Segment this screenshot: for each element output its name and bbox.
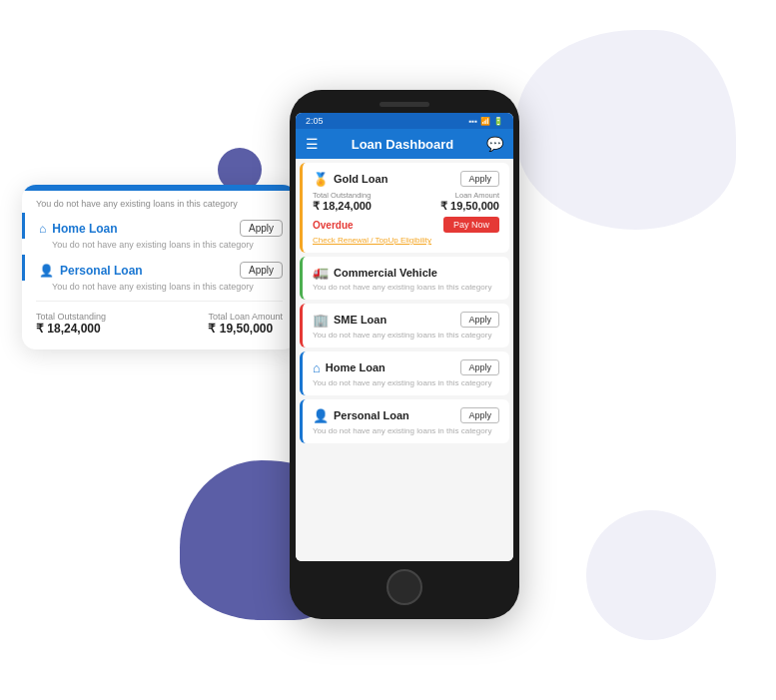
- sme-loan-card: 🏢 SME Loan Apply You do not have any exi…: [300, 304, 509, 348]
- menu-icon[interactable]: ☰: [306, 136, 319, 152]
- decorative-blob-top-right: [516, 30, 736, 230]
- popup-personal-loan-notice: You do not have any existing loans in th…: [22, 281, 297, 297]
- popup-divider: [36, 301, 283, 302]
- sme-loan-header: 🏢 SME Loan Apply: [313, 312, 499, 328]
- sme-loan-icon: 🏢: [313, 313, 329, 328]
- phone-shell: 2:05 ▪▪▪ 📶 🔋 ☰ Loan Dashboard 💬 🏅 Gold L…: [290, 90, 519, 619]
- home-loan-header: ⌂ Home Loan Apply: [313, 359, 499, 375]
- status-icons: ▪▪▪ 📶 🔋: [468, 117, 503, 126]
- popup-card: You do not have any existing loans in th…: [22, 185, 297, 350]
- gold-loan-outstanding-col: Total Outstanding ₹ 18,24,000: [313, 191, 372, 213]
- commercial-vehicle-header: 🚛 Commercial Vehicle: [313, 265, 499, 280]
- popup-total-outstanding: Total Outstanding ₹ 18,24,000: [36, 312, 106, 336]
- home-loan-icon: ⌂: [313, 360, 321, 375]
- status-bar: 2:05 ▪▪▪ 📶 🔋: [296, 113, 513, 129]
- signal-icon: ▪▪▪: [468, 117, 477, 126]
- sme-loan-notice: You do not have any existing loans in th…: [313, 331, 499, 340]
- app-header: ☰ Loan Dashboard 💬: [296, 129, 513, 159]
- renewal-link[interactable]: Check Renewal / TopUp Eligibility: [313, 236, 499, 245]
- popup-personal-loan-item: 👤 Personal Loan Apply: [22, 255, 297, 281]
- personal-loan-icon: 👤: [313, 408, 329, 423]
- gold-loan-amount-col: Loan Amount ₹ 19,50,000: [440, 191, 499, 213]
- home-icon: ⌂: [39, 222, 46, 236]
- popup-personal-loan-apply-button[interactable]: Apply: [240, 262, 283, 279]
- status-time: 2:05: [306, 116, 324, 126]
- gold-loan-card: 🏅 Gold Loan Apply Total Outstanding ₹ 18…: [300, 163, 509, 253]
- phone-speaker: [380, 102, 429, 107]
- gold-loan-apply-button[interactable]: Apply: [460, 171, 499, 187]
- popup-home-loan-item: ⌂ Home Loan Apply: [22, 213, 297, 239]
- personal-loan-notice: You do not have any existing loans in th…: [313, 426, 499, 435]
- personal-loan-header: 👤 Personal Loan Apply: [313, 407, 499, 423]
- commercial-vehicle-label: 🚛 Commercial Vehicle: [313, 265, 437, 280]
- gold-loan-amounts: Total Outstanding ₹ 18,24,000 Loan Amoun…: [313, 191, 499, 213]
- home-loan-label: ⌂ Home Loan: [313, 360, 386, 375]
- app-title: Loan Dashboard: [319, 137, 486, 152]
- sme-loan-label: 🏢 SME Loan: [313, 313, 387, 328]
- popup-home-loan-notice: You do not have any existing loans in th…: [22, 239, 297, 255]
- popup-total-loan-amount: Total Loan Amount ₹ 19,50,000: [208, 312, 283, 336]
- sme-loan-apply-button[interactable]: Apply: [460, 312, 499, 328]
- popup-home-loan-label: ⌂ Home Loan: [39, 222, 118, 236]
- home-loan-notice: You do not have any existing loans in th…: [313, 378, 499, 387]
- wifi-icon: 📶: [480, 117, 490, 126]
- gold-loan-icon: 🏅: [313, 172, 329, 187]
- battery-icon: 🔋: [493, 117, 503, 126]
- popup-home-loan-apply-button[interactable]: Apply: [240, 220, 283, 237]
- decorative-blob-bottom-right: [586, 510, 716, 640]
- loan-content: 🏅 Gold Loan Apply Total Outstanding ₹ 18…: [296, 159, 513, 561]
- phone-home-button[interactable]: [387, 569, 422, 605]
- commercial-vehicle-notice: You do not have any existing loans in th…: [313, 283, 499, 292]
- commercial-vehicle-card: 🚛 Commercial Vehicle You do not have any…: [300, 257, 509, 300]
- commercial-vehicle-icon: 🚛: [313, 265, 329, 280]
- home-loan-apply-button[interactable]: Apply: [460, 359, 499, 375]
- overdue-row: Overdue Pay Now: [313, 217, 499, 233]
- popup-top-notice: You do not have any existing loans in th…: [22, 191, 297, 213]
- home-loan-card: ⌂ Home Loan Apply You do not have any ex…: [300, 351, 509, 395]
- personal-loan-label: 👤 Personal Loan: [313, 408, 409, 423]
- pay-now-button[interactable]: Pay Now: [443, 217, 499, 233]
- chat-icon[interactable]: 💬: [486, 136, 503, 152]
- personal-loan-card: 👤 Personal Loan Apply You do not have an…: [300, 399, 509, 443]
- gold-loan-label: 🏅 Gold Loan: [313, 172, 388, 187]
- gold-loan-header: 🏅 Gold Loan Apply: [313, 171, 499, 187]
- popup-personal-loan-label: 👤 Personal Loan: [39, 264, 143, 278]
- phone-screen: 2:05 ▪▪▪ 📶 🔋 ☰ Loan Dashboard 💬 🏅 Gold L…: [296, 113, 513, 561]
- personal-icon: 👤: [39, 264, 54, 278]
- popup-totals: Total Outstanding ₹ 18,24,000 Total Loan…: [22, 306, 297, 336]
- personal-loan-apply-button[interactable]: Apply: [460, 407, 499, 423]
